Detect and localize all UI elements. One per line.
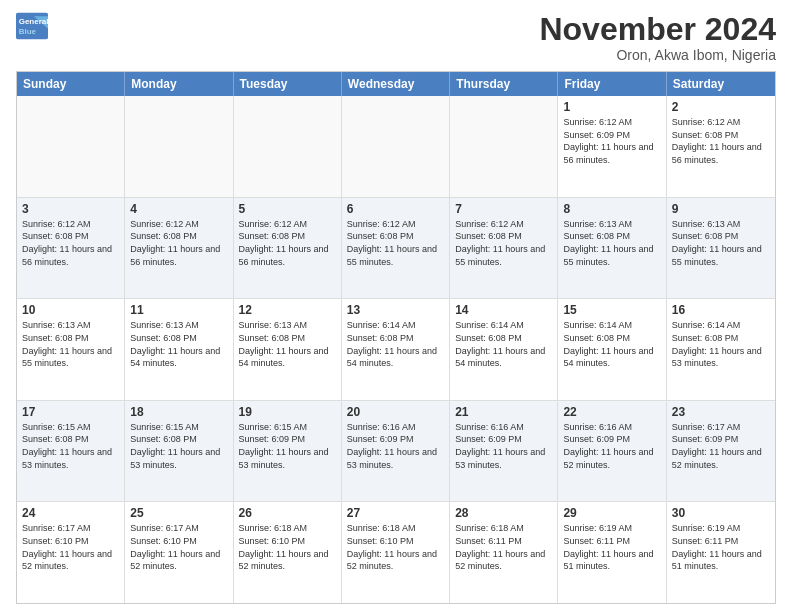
day-info: Sunrise: 6:14 AM Sunset: 6:08 PM Dayligh… <box>455 319 552 369</box>
weekday-header: Tuesday <box>234 72 342 96</box>
title-block: November 2024 Oron, Akwa Ibom, Nigeria <box>539 12 776 63</box>
day-number: 17 <box>22 405 119 419</box>
day-number: 12 <box>239 303 336 317</box>
day-number: 4 <box>130 202 227 216</box>
calendar-cell: 1Sunrise: 6:12 AM Sunset: 6:09 PM Daylig… <box>558 96 666 197</box>
header: General Blue November 2024 Oron, Akwa Ib… <box>16 12 776 63</box>
calendar-cell: 30Sunrise: 6:19 AM Sunset: 6:11 PM Dayli… <box>667 502 775 603</box>
calendar-cell: 29Sunrise: 6:19 AM Sunset: 6:11 PM Dayli… <box>558 502 666 603</box>
calendar-cell: 9Sunrise: 6:13 AM Sunset: 6:08 PM Daylig… <box>667 198 775 299</box>
calendar: SundayMondayTuesdayWednesdayThursdayFrid… <box>16 71 776 604</box>
weekday-header: Wednesday <box>342 72 450 96</box>
calendar-cell <box>17 96 125 197</box>
day-info: Sunrise: 6:13 AM Sunset: 6:08 PM Dayligh… <box>130 319 227 369</box>
day-number: 3 <box>22 202 119 216</box>
logo: General Blue <box>16 12 48 40</box>
calendar-cell: 12Sunrise: 6:13 AM Sunset: 6:08 PM Dayli… <box>234 299 342 400</box>
day-number: 23 <box>672 405 770 419</box>
day-number: 22 <box>563 405 660 419</box>
calendar-cell: 26Sunrise: 6:18 AM Sunset: 6:10 PM Dayli… <box>234 502 342 603</box>
day-number: 6 <box>347 202 444 216</box>
svg-text:General: General <box>19 17 48 26</box>
day-info: Sunrise: 6:14 AM Sunset: 6:08 PM Dayligh… <box>672 319 770 369</box>
day-number: 27 <box>347 506 444 520</box>
calendar-cell <box>450 96 558 197</box>
day-number: 25 <box>130 506 227 520</box>
day-info: Sunrise: 6:13 AM Sunset: 6:08 PM Dayligh… <box>22 319 119 369</box>
day-info: Sunrise: 6:12 AM Sunset: 6:08 PM Dayligh… <box>347 218 444 268</box>
weekday-header: Saturday <box>667 72 775 96</box>
day-info: Sunrise: 6:13 AM Sunset: 6:08 PM Dayligh… <box>239 319 336 369</box>
day-number: 18 <box>130 405 227 419</box>
day-number: 15 <box>563 303 660 317</box>
calendar-cell: 7Sunrise: 6:12 AM Sunset: 6:08 PM Daylig… <box>450 198 558 299</box>
day-info: Sunrise: 6:13 AM Sunset: 6:08 PM Dayligh… <box>563 218 660 268</box>
page-container: General Blue November 2024 Oron, Akwa Ib… <box>0 0 792 612</box>
day-info: Sunrise: 6:19 AM Sunset: 6:11 PM Dayligh… <box>672 522 770 572</box>
calendar-cell: 10Sunrise: 6:13 AM Sunset: 6:08 PM Dayli… <box>17 299 125 400</box>
calendar-cell: 8Sunrise: 6:13 AM Sunset: 6:08 PM Daylig… <box>558 198 666 299</box>
calendar-cell: 4Sunrise: 6:12 AM Sunset: 6:08 PM Daylig… <box>125 198 233 299</box>
day-info: Sunrise: 6:12 AM Sunset: 6:08 PM Dayligh… <box>239 218 336 268</box>
calendar-cell: 11Sunrise: 6:13 AM Sunset: 6:08 PM Dayli… <box>125 299 233 400</box>
day-number: 5 <box>239 202 336 216</box>
month-title: November 2024 <box>539 12 776 47</box>
calendar-row: 1Sunrise: 6:12 AM Sunset: 6:09 PM Daylig… <box>17 96 775 198</box>
location: Oron, Akwa Ibom, Nigeria <box>539 47 776 63</box>
day-number: 26 <box>239 506 336 520</box>
day-number: 21 <box>455 405 552 419</box>
calendar-cell <box>125 96 233 197</box>
day-info: Sunrise: 6:14 AM Sunset: 6:08 PM Dayligh… <box>563 319 660 369</box>
day-info: Sunrise: 6:15 AM Sunset: 6:08 PM Dayligh… <box>22 421 119 471</box>
day-info: Sunrise: 6:17 AM Sunset: 6:09 PM Dayligh… <box>672 421 770 471</box>
svg-text:Blue: Blue <box>19 27 37 36</box>
calendar-cell: 25Sunrise: 6:17 AM Sunset: 6:10 PM Dayli… <box>125 502 233 603</box>
day-number: 14 <box>455 303 552 317</box>
day-number: 28 <box>455 506 552 520</box>
calendar-cell: 23Sunrise: 6:17 AM Sunset: 6:09 PM Dayli… <box>667 401 775 502</box>
calendar-cell: 19Sunrise: 6:15 AM Sunset: 6:09 PM Dayli… <box>234 401 342 502</box>
calendar-cell: 18Sunrise: 6:15 AM Sunset: 6:08 PM Dayli… <box>125 401 233 502</box>
weekday-header: Thursday <box>450 72 558 96</box>
day-info: Sunrise: 6:12 AM Sunset: 6:08 PM Dayligh… <box>130 218 227 268</box>
day-info: Sunrise: 6:19 AM Sunset: 6:11 PM Dayligh… <box>563 522 660 572</box>
day-info: Sunrise: 6:16 AM Sunset: 6:09 PM Dayligh… <box>455 421 552 471</box>
calendar-cell: 22Sunrise: 6:16 AM Sunset: 6:09 PM Dayli… <box>558 401 666 502</box>
day-info: Sunrise: 6:16 AM Sunset: 6:09 PM Dayligh… <box>347 421 444 471</box>
day-number: 10 <box>22 303 119 317</box>
logo-icon: General Blue <box>16 12 48 40</box>
day-number: 7 <box>455 202 552 216</box>
calendar-cell: 27Sunrise: 6:18 AM Sunset: 6:10 PM Dayli… <box>342 502 450 603</box>
calendar-cell: 5Sunrise: 6:12 AM Sunset: 6:08 PM Daylig… <box>234 198 342 299</box>
calendar-cell: 24Sunrise: 6:17 AM Sunset: 6:10 PM Dayli… <box>17 502 125 603</box>
calendar-cell: 15Sunrise: 6:14 AM Sunset: 6:08 PM Dayli… <box>558 299 666 400</box>
calendar-cell: 20Sunrise: 6:16 AM Sunset: 6:09 PM Dayli… <box>342 401 450 502</box>
day-info: Sunrise: 6:15 AM Sunset: 6:08 PM Dayligh… <box>130 421 227 471</box>
calendar-cell: 16Sunrise: 6:14 AM Sunset: 6:08 PM Dayli… <box>667 299 775 400</box>
calendar-cell: 17Sunrise: 6:15 AM Sunset: 6:08 PM Dayli… <box>17 401 125 502</box>
day-number: 30 <box>672 506 770 520</box>
day-info: Sunrise: 6:12 AM Sunset: 6:09 PM Dayligh… <box>563 116 660 166</box>
day-number: 16 <box>672 303 770 317</box>
day-number: 13 <box>347 303 444 317</box>
day-info: Sunrise: 6:16 AM Sunset: 6:09 PM Dayligh… <box>563 421 660 471</box>
day-number: 11 <box>130 303 227 317</box>
day-info: Sunrise: 6:12 AM Sunset: 6:08 PM Dayligh… <box>672 116 770 166</box>
day-info: Sunrise: 6:12 AM Sunset: 6:08 PM Dayligh… <box>22 218 119 268</box>
day-number: 1 <box>563 100 660 114</box>
day-number: 9 <box>672 202 770 216</box>
day-info: Sunrise: 6:17 AM Sunset: 6:10 PM Dayligh… <box>130 522 227 572</box>
calendar-cell: 28Sunrise: 6:18 AM Sunset: 6:11 PM Dayli… <box>450 502 558 603</box>
day-number: 24 <box>22 506 119 520</box>
calendar-row: 3Sunrise: 6:12 AM Sunset: 6:08 PM Daylig… <box>17 198 775 300</box>
calendar-cell <box>342 96 450 197</box>
day-info: Sunrise: 6:18 AM Sunset: 6:11 PM Dayligh… <box>455 522 552 572</box>
calendar-cell <box>234 96 342 197</box>
calendar-row: 24Sunrise: 6:17 AM Sunset: 6:10 PM Dayli… <box>17 502 775 603</box>
day-info: Sunrise: 6:13 AM Sunset: 6:08 PM Dayligh… <box>672 218 770 268</box>
calendar-cell: 6Sunrise: 6:12 AM Sunset: 6:08 PM Daylig… <box>342 198 450 299</box>
day-info: Sunrise: 6:18 AM Sunset: 6:10 PM Dayligh… <box>239 522 336 572</box>
calendar-cell: 3Sunrise: 6:12 AM Sunset: 6:08 PM Daylig… <box>17 198 125 299</box>
day-number: 20 <box>347 405 444 419</box>
calendar-cell: 21Sunrise: 6:16 AM Sunset: 6:09 PM Dayli… <box>450 401 558 502</box>
